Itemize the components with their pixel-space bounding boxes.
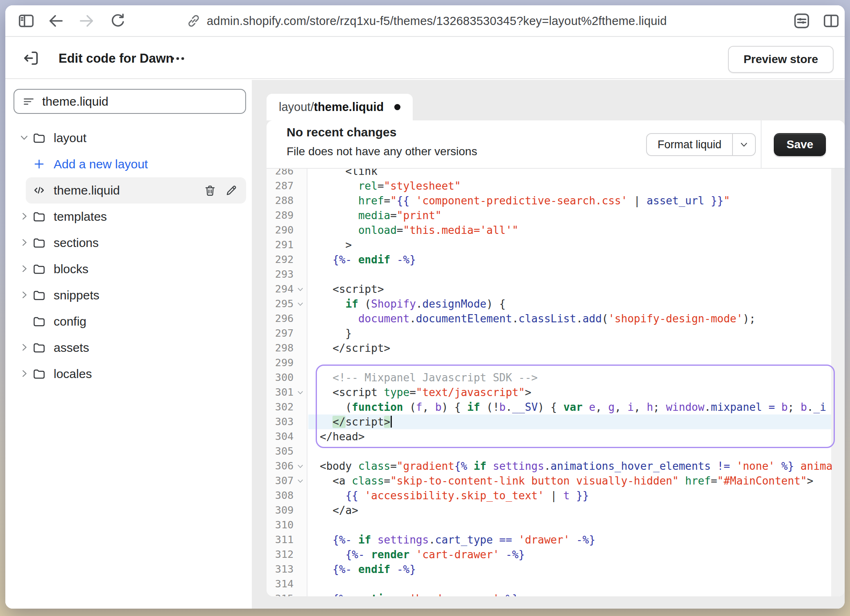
code-line-287[interactable]: 287 rel="stylesheet" [267,179,832,193]
code-line-294[interactable]: 294 <script> [267,282,832,297]
code-line-301[interactable]: 301 <script type="text/javascript"> [267,385,832,400]
code-line-309[interactable]: 309 </a> [267,503,832,518]
code-line-310[interactable]: 310 [267,518,832,532]
forward-icon[interactable] [77,11,96,30]
format-liquid-button[interactable]: Format liquid [646,133,756,156]
code-line-306[interactable]: 306<body class="gradient{% if settings.a… [267,459,832,473]
code-line-296[interactable]: 296 document.documentElement.classList.a… [267,311,832,326]
scrollbar-track[interactable] [831,169,845,596]
chevron-right-icon[interactable] [18,342,32,354]
sidebar-item-assets[interactable]: assets [5,335,252,361]
chevron-right-icon[interactable] [18,211,32,223]
fold-toggle-icon[interactable] [296,388,306,396]
code-line-291[interactable]: 291 > [267,238,832,252]
sidebar-item-theme-liquid[interactable]: theme.liquid [5,177,252,204]
app-header: Edit code for Dawn Preview store [5,38,845,79]
status-title: No recent changes [287,125,396,139]
code-line-286[interactable]: 286 <link [267,169,832,179]
preview-store-button[interactable]: Preview store [728,46,834,73]
line-number: 296 [267,311,294,326]
chevron-right-icon[interactable] [18,289,32,301]
address-bar[interactable]: admin.shopify.com/store/rzq1xu-f5/themes… [185,11,667,30]
code-text: media="print" [320,208,441,223]
code-text: </script> [320,414,392,429]
code-text: {%- if settings.cart_type == 'drawer' -%… [320,532,595,547]
line-number: 292 [267,252,294,267]
sidebar-item-sections[interactable]: sections [5,230,252,256]
code-line-315[interactable]: 315 {% sections 'header-group' %} [267,591,832,596]
chevron-down-icon[interactable] [18,132,32,144]
split-view-icon[interactable] [822,11,841,30]
code-line-297[interactable]: 297 } [267,326,832,341]
page-settings-icon[interactable] [792,11,811,30]
sidebar-item-add-a-new-layout[interactable]: Add a new layout [5,151,252,177]
filter-icon [22,95,36,109]
line-number: 309 [267,503,294,518]
url-text[interactable]: admin.shopify.com/store/rzq1xu-f5/themes… [207,14,667,28]
tab-theme-liquid[interactable]: layout/theme.liquid [267,94,413,120]
code-text: > [320,238,352,252]
code-line-293[interactable]: 293 [267,267,832,282]
sidebar-item-snippets[interactable]: snippets [5,282,252,308]
chevron-right-icon[interactable] [18,263,32,275]
code-line-311[interactable]: 311 {%- if settings.cart_type == 'drawer… [267,532,832,547]
folder-icon [32,236,49,250]
sidebar-item-blocks[interactable]: blocks [5,256,252,282]
code-text: <!-- Mixpanel Javascript SDK --> [320,370,538,385]
chevron-down-icon[interactable] [733,134,755,155]
code-line-292[interactable]: 292 {%- endif -%} [267,252,832,267]
chevron-right-icon[interactable] [18,237,32,249]
trash-icon[interactable] [203,184,217,197]
sidebar-item-config[interactable]: config [5,308,252,335]
tab-path-prefix: layout/ [279,100,314,114]
code-line-295[interactable]: 295 if (Shopify.designMode) { [267,297,832,311]
line-number: 303 [267,414,294,429]
fold-toggle-icon[interactable] [296,300,306,308]
code-line-302[interactable]: 302 (function (f, b) { if (!b.__SV) { va… [267,400,832,414]
file-filter-input[interactable]: theme.liquid [14,89,246,114]
sidebar-item-layout[interactable]: layout [5,125,252,151]
code-line-300[interactable]: 300 <!-- Mixpanel Javascript SDK --> [267,370,832,385]
code-line-307[interactable]: 307 <a class="skip-to-content-link butto… [267,473,832,488]
pencil-icon[interactable] [225,184,238,197]
chevron-right-icon[interactable] [18,368,32,380]
code-line-313[interactable]: 313 {%- endif -%} [267,562,832,577]
tab-file-name: theme.liquid [314,100,384,114]
line-number: 310 [267,518,294,532]
line-number: 302 [267,400,294,414]
sidebar-toggle-icon[interactable] [17,11,36,30]
fold-toggle-icon[interactable] [296,462,306,470]
back-icon[interactable] [46,11,65,30]
code-line-299[interactable]: 299 [267,356,832,370]
ellipsis-icon[interactable] [169,50,186,67]
fold-toggle-icon[interactable] [296,285,306,293]
code-line-314[interactable]: 314 [267,577,832,591]
reload-icon[interactable] [109,11,127,30]
desktop-background: admin.shopify.com/store/rzq1xu-f5/themes… [0,0,850,616]
sidebar-item-templates[interactable]: templates [5,204,252,230]
save-button[interactable]: Save [774,133,826,156]
code-line-290[interactable]: 290 onload="this.media='all'" [267,223,832,238]
code-line-303[interactable]: 303 </script> [267,414,832,429]
code-line-308[interactable]: 308 {{ 'accessibility.skip_to_text' | t … [267,488,832,503]
code-line-312[interactable]: 312 {%- render 'cart-drawer' -%} [267,547,832,562]
plus-icon [32,157,49,171]
fold-toggle-icon[interactable] [296,477,306,485]
sidebar-item-label: layout [54,131,86,145]
code-line-288[interactable]: 288 href="{{ 'component-predictive-searc… [267,193,832,208]
sidebar-item-label: snippets [54,288,99,302]
sidebar-item-locales[interactable]: locales [5,361,252,387]
format-liquid-label[interactable]: Format liquid [647,134,733,155]
app-body: theme.liquid layoutAdd a new layouttheme… [5,80,845,609]
code-text: <script> [320,282,384,297]
code-line-298[interactable]: 298 </script> [267,341,832,356]
code-lines: 286 <link287 rel="stylesheet"288 href="{… [267,169,832,596]
code-line-305[interactable]: 305 [267,444,832,459]
line-number: 294 [267,282,294,297]
exit-icon[interactable] [22,49,41,68]
file-tree: layoutAdd a new layouttheme.liquidtempla… [5,125,252,387]
line-number: 307 [267,473,294,488]
code-editor[interactable]: 286 <link287 rel="stylesheet"288 href="{… [267,169,845,596]
code-line-304[interactable]: 304</head> [267,429,832,444]
code-line-289[interactable]: 289 media="print" [267,208,832,223]
